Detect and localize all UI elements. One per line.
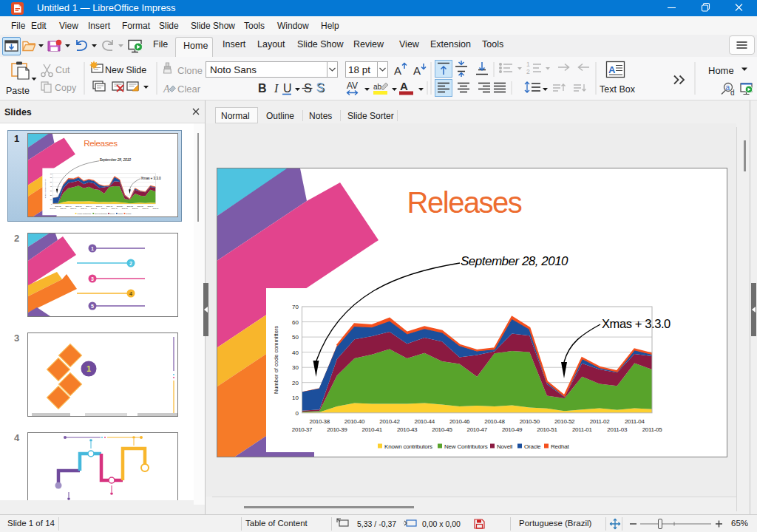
svg-text:Noto Sans: Noto Sans [210,64,257,75]
svg-text:2: 2 [526,68,530,75]
svg-text:A: A [400,80,408,92]
svg-text:U: U [283,82,292,95]
svg-text:18 pt: 18 pt [348,64,370,75]
svg-text:ab: ab [373,83,382,91]
svg-text:3: 3 [91,276,94,282]
svg-text:A: A [394,64,401,77]
svg-text:I: I [274,82,279,95]
svg-text:2: 2 [129,261,132,266]
svg-text:4: 4 [129,291,132,296]
svg-text:A: A [413,64,421,77]
svg-text:B: B [258,82,267,95]
svg-text:A: A [163,83,170,95]
svg-text:5: 5 [91,304,94,309]
svg-text:1: 1 [526,61,530,68]
svg-text:S: S [316,81,325,94]
svg-text:a: a [726,83,730,92]
svg-text:A: A [608,64,616,75]
svg-text:1: 1 [86,364,91,373]
svg-text:d: d [730,89,735,97]
svg-text:AV: AV [347,81,358,91]
svg-text:1: 1 [91,246,94,251]
